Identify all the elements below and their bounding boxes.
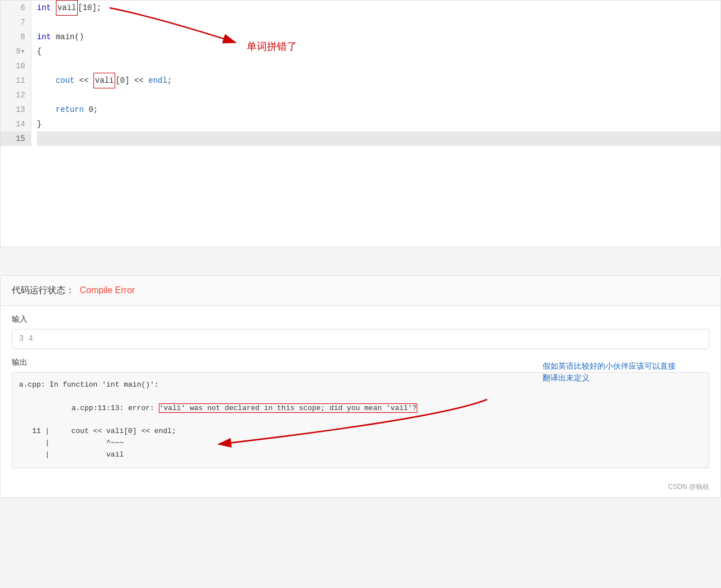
status-section: 代码运行状态： Compile Error 输入 3 4 假如英语比较好的小伙伴… <box>0 275 721 498</box>
input-box[interactable]: 3 4 <box>12 329 709 349</box>
line-num-13: 13 <box>1 102 31 117</box>
code-line-10 <box>37 59 720 73</box>
output-label: 输出 <box>12 357 709 368</box>
bracket-0: [0] <box>115 73 129 88</box>
code-area: 6 7 8 9▾ 10 11 12 13 14 15 int vail[10]; <box>1 1 720 146</box>
line-num-11: 11 <box>1 73 31 88</box>
output-line-3: 11 | cout << vali[0] << endl; <box>19 426 702 438</box>
footer-credit: CSDN @杨枝 <box>1 477 720 497</box>
code-line-9: { <box>37 44 720 59</box>
code-line-13: return 0; <box>37 102 720 117</box>
cout-kw: cout <box>56 73 75 88</box>
annotation-1-text: 单词拼错了 <box>247 40 297 53</box>
keyword-int-8: int <box>37 30 51 44</box>
output-line-4: | ^~~~ <box>19 438 702 449</box>
status-header: 代码运行状态： Compile Error <box>1 276 720 306</box>
code-extra-space <box>1 146 720 236</box>
main-fn: main() <box>56 30 84 44</box>
return-kw: return <box>56 102 84 117</box>
close-brace: } <box>37 117 41 131</box>
output-line-2: a.cpp:11:13: error: 'vali' was not decla… <box>19 391 702 426</box>
code-line-7 <box>37 15 720 30</box>
output-box: a.cpp: In function 'int main()': a.cpp:1… <box>12 372 709 468</box>
vail-highlight: vail <box>56 0 78 16</box>
line-num-7: 7 <box>1 15 31 30</box>
output-line2-highlight: 'vali' was not declared in this scope; d… <box>159 403 417 413</box>
endl-kw: endl <box>148 73 167 88</box>
output-line-5: | vail <box>19 449 702 461</box>
line-num-6: 6 <box>1 1 31 15</box>
line-num-9: 9▾ <box>1 44 31 59</box>
input-label: 输入 <box>12 314 709 324</box>
input-section: 输入 3 4 <box>1 306 720 357</box>
output-line-1: a.cpp: In function 'int main()': <box>19 379 702 391</box>
code-line-6: int vail[10]; <box>37 1 720 15</box>
keyword-int-6: int <box>37 1 51 15</box>
status-label: 代码运行状态： <box>12 285 74 295</box>
line-num-8: 8 <box>1 30 31 44</box>
code-content: int vail[10]; int main() { <box>31 1 720 146</box>
line6-rest: [10]; <box>78 1 101 15</box>
code-line-11: cout << vali[0] << endl ; <box>37 73 720 88</box>
line-numbers: 6 7 8 9▾ 10 11 12 13 14 15 <box>1 1 31 146</box>
line-num-10: 10 <box>1 59 31 73</box>
code-line-14: } <box>37 117 720 131</box>
code-line-15 <box>37 131 720 146</box>
vali-highlight-11: vali <box>93 73 116 88</box>
output-section: 输出 a.cpp: In function 'int main()': a.cp… <box>1 357 720 477</box>
output-line2-pre: a.cpp:11:13: error: <box>72 404 159 412</box>
input-value: 3 4 <box>19 334 33 343</box>
zero-val: 0; <box>88 102 98 117</box>
credit-text: CSDN @杨枝 <box>668 483 709 491</box>
output-wrapper: 假如英语比较好的小伙伴应该可以直接 翻译出未定义 输出 a.cpp: In fu… <box>1 357 720 477</box>
code-line-8: int main() <box>37 30 720 44</box>
separator <box>0 247 721 275</box>
main-container: 6 7 8 9▾ 10 11 12 13 14 15 int vail[10]; <box>0 0 721 498</box>
code-line-12 <box>37 88 720 102</box>
open-brace: { <box>37 44 41 59</box>
line-num-15: 15 <box>1 131 31 146</box>
line-num-14: 14 <box>1 117 31 131</box>
line-num-12: 12 <box>1 88 31 102</box>
semicolon-11: ; <box>167 73 172 88</box>
status-value: Compile Error <box>79 285 135 295</box>
code-editor: 6 7 8 9▾ 10 11 12 13 14 15 int vail[10]; <box>0 0 721 247</box>
